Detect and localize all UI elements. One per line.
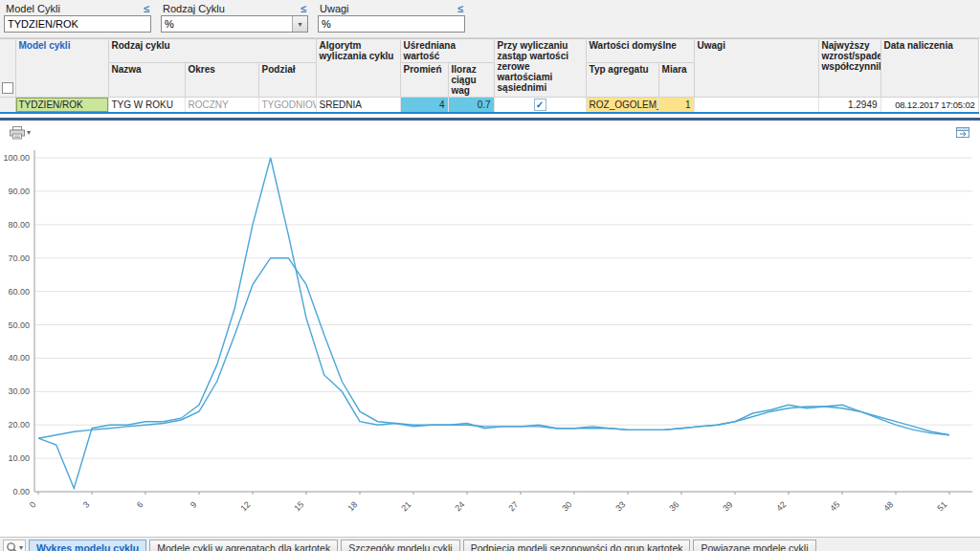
col-header-nazwa[interactable]: Nazwa <box>108 63 185 98</box>
col-header-algorytm[interactable]: Algorytm wyliczania cyklu <box>316 39 400 98</box>
cycle-chart: 0.0010.0020.0030.0040.0050.0060.0070.008… <box>0 144 980 537</box>
svg-text:40.00: 40.00 <box>8 353 30 363</box>
filter-input-uwagi[interactable] <box>318 15 465 33</box>
cell-miara: 1 <box>658 98 694 114</box>
filter-icon-uwagi[interactable]: ≤ <box>457 3 463 14</box>
col-group-wartosci-domyslne[interactable]: Wartości domyślne <box>586 39 694 63</box>
svg-text:30.00: 30.00 <box>8 386 30 396</box>
col-header-przy-wyliczaniu[interactable]: Przy wyliczaniu zastąp wartości zerowe w… <box>494 39 586 98</box>
col-header-najwyzszy[interactable]: Najwyższy wzrost/spadek współczynnika <box>818 39 880 98</box>
svg-text:80.00: 80.00 <box>8 220 30 230</box>
tab-5[interactable]: Powiązane modele cykli <box>693 540 815 551</box>
detach-chart-button[interactable] <box>951 123 974 142</box>
tab-4[interactable]: Podpięcia modeli sezonowości do grup kar… <box>463 540 691 551</box>
chart-zoom-button[interactable]: ▾ <box>3 540 26 551</box>
svg-text:30: 30 <box>560 499 573 513</box>
cell-model-cykli: TYDZIEN/ROK <box>15 98 108 114</box>
svg-text:3: 3 <box>81 499 92 510</box>
filter-icon-rodzaj-cyklu[interactable]: ≤ <box>301 3 306 14</box>
col-header-promien[interactable]: Promień <box>400 63 448 98</box>
filter-icon-model-cykli[interactable]: ≤ <box>144 3 149 14</box>
zoom-menu-icon[interactable]: ▾ <box>19 543 23 551</box>
cell-uwagi <box>694 98 818 114</box>
svg-text:15: 15 <box>292 499 305 513</box>
print-menu-icon[interactable]: ▾ <box>27 128 31 137</box>
col-group-rodzaj-cyklu[interactable]: Rodzaj cyklu <box>108 39 316 63</box>
svg-text:33: 33 <box>613 499 627 513</box>
tab-2[interactable]: Modele cykli w agregatach dla kartotek <box>149 540 338 551</box>
svg-text:100.00: 100.00 <box>3 153 30 163</box>
col-header-okres[interactable]: Okres <box>185 63 258 98</box>
cell-data-naliczenia: 08.12.2017 17:05:02 <box>880 98 978 114</box>
row-selector-cell <box>0 98 15 114</box>
tab-1[interactable]: Wykres modelu cyklu <box>29 540 146 551</box>
cell-promien: 4 <box>400 98 448 114</box>
svg-text:70.00: 70.00 <box>8 253 30 263</box>
svg-text:9: 9 <box>189 499 199 510</box>
svg-text:36: 36 <box>667 499 680 513</box>
filter-group-rodzaj-cyklu: Rodzaj Cyklu ≤ ▾ <box>161 2 308 35</box>
svg-text:0.00: 0.00 <box>12 487 30 496</box>
select-all-header <box>0 39 15 98</box>
col-header-miara[interactable]: Miara <box>658 63 694 98</box>
chart-panel: ▾ 0.0010.0020.0030.0040.0050.0060.0070.0… <box>0 121 980 537</box>
filter-group-model-cykli: Model Cykli ≤ <box>4 2 151 35</box>
bottom-strip: ▾ Wykres modelu cykluModele cykli w agre… <box>0 537 980 551</box>
svg-text:24: 24 <box>453 499 466 513</box>
svg-text:48: 48 <box>881 499 895 513</box>
print-button[interactable]: ▾ <box>6 123 34 143</box>
svg-text:90.00: 90.00 <box>8 187 30 196</box>
cycle-models-table: Model cykli Rodzaj cyklu Algorytm wylicz… <box>0 38 979 114</box>
printer-icon <box>10 126 25 140</box>
svg-text:45: 45 <box>828 499 841 513</box>
svg-text:18: 18 <box>345 499 359 513</box>
cell-algorytm: SREDNIA <box>316 98 400 114</box>
open-in-window-icon <box>955 126 970 139</box>
zastap-checkbox[interactable]: ✓ <box>534 99 546 111</box>
magnifier-icon <box>6 541 18 551</box>
cell-typ-agregatu: ROZ_OGOLEM_MAG <box>586 98 658 114</box>
filter-label-rodzaj-cyklu: Rodzaj Cyklu <box>163 3 225 14</box>
filter-label-uwagi: Uwagi <box>320 3 349 14</box>
cell-najwyzszy: 1.2949 <box>818 98 880 114</box>
filter-bar: Model Cykli ≤ Rodzaj Cyklu ≤ ▾ Uwagi ≤ <box>0 0 980 38</box>
filter-combo-rodzaj-cyklu: ▾ <box>161 15 308 33</box>
svg-text:42: 42 <box>774 499 788 513</box>
chart-toolbar: ▾ <box>0 121 980 144</box>
tab-3[interactable]: Szczegóły modelu cykli <box>341 540 460 551</box>
svg-text:39: 39 <box>721 499 734 513</box>
filter-group-uwagi: Uwagi ≤ <box>318 2 465 35</box>
filter-label-model-cykli: Model Cykli <box>6 3 60 14</box>
svg-text:50.00: 50.00 <box>8 320 30 330</box>
bottom-tabs: Wykres modelu cykluModele cykli w agrega… <box>29 540 816 551</box>
svg-text:0: 0 <box>28 499 38 510</box>
svg-text:6: 6 <box>135 499 145 510</box>
select-all-checkbox[interactable] <box>2 82 13 94</box>
col-header-iloraz[interactable]: Iloraz ciągu wag <box>448 63 494 98</box>
col-header-podzial[interactable]: Podział <box>258 63 316 98</box>
col-header-uwagi[interactable]: Uwagi <box>694 39 818 98</box>
svg-text:60.00: 60.00 <box>8 287 30 297</box>
svg-text:10.00: 10.00 <box>8 453 30 463</box>
filter-input-rodzaj-cyklu[interactable] <box>162 16 292 32</box>
col-header-typ-agregatu[interactable]: Typ agregatu <box>586 63 658 98</box>
svg-text:51: 51 <box>935 499 948 513</box>
cell-podzial: TYGODNIOWY <box>258 98 316 114</box>
cell-nazwa: TYG W ROKU <box>108 98 185 114</box>
cell-iloraz: 0.7 <box>448 98 494 114</box>
cell-okres: ROCZNY <box>185 98 258 114</box>
col-header-model-cykli[interactable]: Model cykli <box>15 39 108 98</box>
col-group-usredniana[interactable]: Uśredniana wartość <box>400 39 494 63</box>
filter-input-model-cykli[interactable] <box>4 15 151 33</box>
svg-text:21: 21 <box>399 499 412 513</box>
svg-text:27: 27 <box>506 499 520 513</box>
combo-dropdown-icon[interactable]: ▾ <box>292 16 307 32</box>
table-row[interactable]: TYDZIEN/ROK TYG W ROKU ROCZNY TYGODNIOWY… <box>0 98 978 114</box>
svg-text:20.00: 20.00 <box>8 420 30 430</box>
cell-zastap: ✓ <box>494 98 586 114</box>
col-header-data-naliczenia[interactable]: Data naliczenia <box>880 39 978 98</box>
svg-text:12: 12 <box>238 499 252 513</box>
